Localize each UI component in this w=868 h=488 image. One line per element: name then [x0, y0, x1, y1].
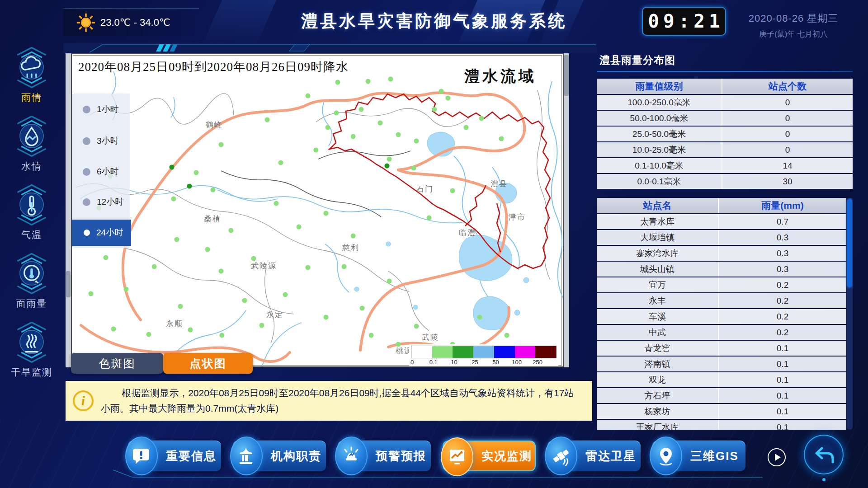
nav-button-5[interactable]: 三维GIS — [652, 441, 745, 471]
station-table-scrollbar[interactable] — [847, 198, 853, 430]
nav-button-label: 重要信息 — [166, 448, 217, 464]
nav-button-label: 机构职责 — [271, 448, 321, 464]
play-button[interactable] — [768, 448, 786, 466]
time-range-panel: 1小时3小时6小时12小时24小时 — [72, 94, 130, 248]
rain-level-table: 雨量值级别站点个数100.0-250.0毫米050.0-100.0毫米025.0… — [597, 79, 853, 189]
col-header: 站点个数 — [722, 79, 853, 94]
sidebar-item-label: 雨情 — [21, 91, 42, 104]
legend-label: 0.1 — [429, 359, 438, 366]
sidebar-item-label: 水情 — [21, 160, 42, 173]
station-dot — [505, 333, 509, 338]
station-dot — [387, 157, 392, 162]
city-label-桑植: 桑植 — [204, 215, 221, 223]
cell-label: 双龙 — [597, 372, 718, 387]
watershed-label: 澧水流域 — [464, 66, 537, 87]
chart-monitor-icon — [447, 447, 467, 467]
scrollbar-thumb[interactable] — [564, 55, 569, 96]
cell-value: 0.3 — [718, 230, 846, 245]
cell-label: 大堰垱镇 — [597, 230, 718, 245]
station-dot — [111, 327, 116, 332]
cell-label: 10.0-25.0毫米 — [597, 142, 722, 157]
clock-display: 09:21 — [642, 7, 726, 36]
nav-button-4[interactable]: 雷达卫星 — [547, 441, 641, 471]
cell-value: 0.1 — [718, 341, 846, 356]
monitoring-summary-text: 根据监测显示，2020年08月25日09时至2020年08月26日09时,据全县… — [101, 385, 583, 416]
legend-color-3 — [473, 346, 494, 358]
rain-distribution-panel: 澧县雨量分布图 雨量值级别站点个数100.0-250.0毫米050.0-100.… — [597, 51, 853, 430]
time-option-label: 6小时 — [97, 166, 119, 178]
station-dot — [326, 125, 330, 130]
city-label-临澧: 临澧 — [459, 228, 476, 237]
station-dot — [360, 306, 365, 311]
weather-summary: 23.0℃ - 34.0℃ — [63, 8, 199, 36]
sidebar-item-2[interactable]: 气温 — [0, 183, 63, 241]
cell-label: 25.0-50.0毫米 — [597, 127, 722, 141]
cell-label: 50.0-100.0毫米 — [597, 111, 722, 126]
return-button[interactable] — [804, 435, 844, 474]
map-right-scrollbar[interactable] — [564, 53, 569, 367]
station-dot — [219, 142, 224, 147]
legend-label: 25 — [472, 359, 478, 366]
temperature-range: 23.0℃ - 34.0℃ — [100, 17, 170, 28]
scrollbar-thumb[interactable] — [66, 271, 71, 297]
legend-label: 0 — [410, 359, 414, 366]
nav-button-2[interactable]: 预警预报 — [338, 441, 431, 471]
areal-rain-icon — [10, 251, 53, 296]
cell-label: 王家厂水库 — [597, 420, 718, 430]
time-option-3小时[interactable]: 3小时 — [72, 128, 130, 154]
station-dot — [265, 117, 270, 122]
sidebar-item-3[interactable]: 面雨量 — [0, 251, 63, 310]
time-option-label: 12小时 — [97, 196, 123, 208]
station-dot — [274, 201, 279, 206]
station-dot — [324, 315, 329, 320]
station-dot — [194, 170, 199, 175]
time-option-1小时[interactable]: 1小时 — [72, 96, 130, 122]
layer-button-point-map[interactable]: 点状图 — [163, 353, 253, 374]
time-option-24小时[interactable]: 24小时 — [72, 220, 131, 246]
time-option-12小时[interactable]: 12小时 — [72, 189, 130, 215]
rain-level-row: 100.0-250.0毫米0 — [597, 95, 853, 110]
city-label-永定: 永定 — [266, 310, 283, 319]
station-dot — [259, 323, 264, 328]
cell-label: 中武 — [597, 325, 718, 340]
station-dot — [104, 255, 108, 260]
nav-button-label: 雷达卫星 — [585, 448, 636, 464]
station-rain-row: 车溪0.2 — [597, 309, 846, 324]
cell-value: 14 — [722, 158, 853, 173]
cell-value: 0 — [722, 95, 853, 110]
date-text: 2020-08-26 星期三 — [732, 12, 854, 25]
drought-icon — [10, 320, 53, 365]
station-dot — [477, 315, 482, 320]
cell-label: 青龙窖 — [597, 341, 718, 356]
scrollbar-thumb[interactable] — [847, 199, 852, 287]
rainfall-map[interactable]: 2020年08月25日09时到2020年08月26日09时降水 澧水流域 — [71, 53, 564, 367]
station-dot — [324, 211, 329, 216]
nav-button-1[interactable]: 机构职责 — [233, 441, 326, 471]
station-dot — [205, 247, 210, 252]
time-option-label: 24小时 — [96, 227, 123, 239]
sidebar-item-1[interactable]: 水情 — [0, 114, 63, 173]
sidebar: 雨情水情气温面雨量干旱监测 — [0, 45, 63, 389]
layer-button-spot-map[interactable]: 色斑图 — [71, 353, 163, 374]
nav-button-0[interactable]: 重要信息 — [128, 441, 221, 471]
sidebar-item-4[interactable]: 干旱监测 — [0, 320, 63, 379]
radio-icon — [83, 137, 90, 145]
cell-value: 0.1 — [718, 420, 846, 430]
map-left-scrollbar[interactable] — [66, 53, 71, 367]
station-rain-row: 双龙0.1 — [597, 372, 846, 387]
rain-level-row: 25.0-50.0毫米0 — [597, 127, 853, 141]
nav-button-3[interactable]: 实况监测 — [443, 441, 536, 471]
time-option-6小时[interactable]: 6小时 — [72, 159, 130, 185]
sidebar-item-label: 面雨量 — [16, 297, 47, 310]
bottom-nav: 重要信息机构职责预警预报实况监测雷达卫星三维GIS — [128, 441, 745, 471]
nav-button-label: 预警预报 — [376, 448, 426, 464]
nav-icon-badge — [230, 436, 263, 475]
station-dot — [170, 165, 175, 170]
sidebar-item-0[interactable]: 雨情 — [0, 45, 63, 104]
station-dot — [171, 197, 176, 202]
cell-value: 0 — [722, 142, 853, 157]
city-label-永顺: 永顺 — [166, 319, 183, 328]
station-rain-row: 方石坪0.1 — [597, 388, 846, 403]
city-label-慈利: 慈利 — [342, 244, 359, 252]
station-dot — [446, 96, 451, 101]
